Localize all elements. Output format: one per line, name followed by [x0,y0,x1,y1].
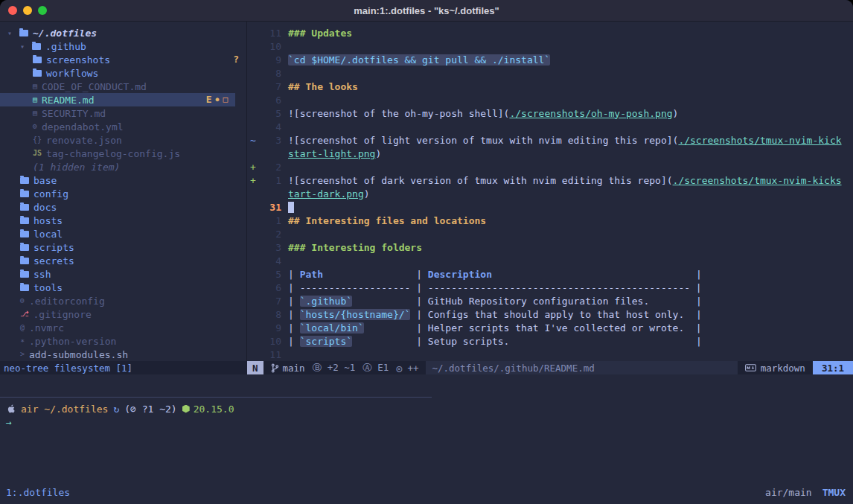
line-number: 1 [259,175,281,186]
line-number: 4 [259,255,281,267]
editorconfig-icon: ⚙ [20,297,25,304]
editor-line[interactable]: 7## The looks [247,80,853,93]
line-number: 5 [259,108,281,119]
editor-line[interactable]: 9| `local/bin` | Helper scripts that I'v… [247,321,853,334]
terminal-window: main:1:.dotfiles - "ks~/.dotfiles" ▾~/.d… [0,0,853,504]
dependabot-icon: ⚙ [33,123,37,130]
tree-item-editorconfig[interactable]: ⚙.editorconfig [0,294,246,307]
tree-item-code-of-conduct-md[interactable]: ▤CODE_OF_CONDUCT.md [0,80,246,93]
editor-line[interactable]: ~3![screenshot of light version of tmux … [247,133,853,147]
tree-item-label: ~/.dotfiles [33,28,97,39]
line-number: 1 [259,215,281,226]
python-icon: ∗ [20,337,25,345]
tree-item-security-md[interactable]: ▤SECURITY.md [0,106,246,120]
editor-line[interactable]: +1![screenshot of dark version of tmux w… [247,173,853,187]
line-text: | `.github` | GitHub Repository configur… [288,296,702,307]
editor-line[interactable]: 5![screenshot of the oh-my-posh shell](.… [247,106,853,120]
line-number: 6 [259,282,281,293]
editor-line[interactable]: 7| `.github` | GitHub Repository configu… [247,294,853,307]
tree-item-readme-md[interactable]: ▤README.mdE●□ [0,93,235,106]
line-text: tart-dark.png) [288,188,370,200]
line-number: 11 [259,28,281,39]
editor-line[interactable]: 8| `hosts/{hostname}/` | Configs that sh… [247,307,853,321]
editor-line[interactable]: 8 [247,66,853,80]
tree-item-add-submodules-sh[interactable]: >add-submodules.sh [0,348,246,361]
neo-tree-sidebar[interactable]: ▾~/.dotfiles▾.githubscreenshots?workflow… [0,22,246,361]
tree-item-tools[interactable]: tools [0,281,246,294]
tree-item-python-version[interactable]: ∗.python-version [0,334,246,348]
git-diff-stats: Ⓑ +2 ~1 [313,362,356,374]
editor-line[interactable]: 1## Interesting files and locations [247,214,853,227]
tree-item-dependabot-yml[interactable]: ⚙dependabot.yml [0,120,246,133]
tree-item-secrets[interactable]: secrets [0,254,246,267]
editor-line[interactable]: 2 [247,227,853,240]
editor-line[interactable]: 3### Interesting folders [247,240,853,254]
tree-item-label: workflows [46,68,98,79]
line-number: 10 [259,41,281,52]
line-number: 11 [259,349,281,360]
editor-line[interactable]: 31 [247,200,853,214]
editor-buffer[interactable]: 11### Updates109`cd $HOME/.dotfiles && g… [247,22,853,361]
tree-item-tag-changelog-config-js[interactable]: JStag-changelog-config.js [0,147,246,160]
tree-item-label: scripts [33,242,74,253]
markdown-icon [745,364,756,371]
git-branch[interactable]: main [271,363,305,374]
line-text: | Path | Description | [288,269,702,280]
tree-item-dotfiles[interactable]: ▾~/.dotfiles [0,26,246,39]
shell-input-line[interactable]: → [0,415,853,429]
line-number: 2 [259,229,281,240]
tree-item-label: README.md [42,95,94,106]
editor-line[interactable]: 6 [247,93,853,106]
editor-line[interactable]: tart-dark.png) [247,187,853,200]
tmux-window-name[interactable]: 1:.dotfiles [6,487,70,498]
gutter-sign: ~ [247,135,259,146]
shell-script-icon: > [20,351,25,358]
tree-item-hosts[interactable]: hosts [0,214,246,227]
editor-line[interactable]: 10 [247,39,853,53]
tree-item-ssh[interactable]: ssh [0,267,246,281]
editor-line[interactable]: 11 [247,348,853,361]
line-text: | ------------------- | ----------------… [288,282,702,293]
tmux-pane-border[interactable] [0,397,432,398]
tree-item-label: tools [33,282,63,293]
tree-item-screenshots[interactable]: screenshots? [0,53,246,66]
editor-line[interactable]: start-light.png) [247,147,853,160]
tree-item-config[interactable]: config [0,187,246,200]
expander-icon[interactable]: ▾ [7,29,15,37]
statusline: neo-tree filesystem [1] N main Ⓑ +2 ~1 Ⓐ… [0,361,853,374]
titlebar[interactable]: main:1:.dotfiles - "ks~/.dotfiles" [0,0,853,22]
line-number: 6 [259,95,281,106]
tree-item-workflows[interactable]: workflows [0,66,246,80]
editor-line[interactable]: 4 [247,254,853,267]
editor-line[interactable]: 4 [247,120,853,133]
folder-icon [20,284,29,291]
file-path: ~/.dotfiles/.github/README.md [426,361,737,374]
line-number: 2 [259,162,281,173]
editor-line[interactable]: 10| `scripts` | Setup scripts. | [247,334,853,348]
tree-item-local[interactable]: local [0,227,246,240]
shell-pane[interactable]: air ~/.dotfiles ↻ (⊘ ?1 ~2) 20.15.0 → [0,397,853,485]
editor-line[interactable]: 9`cd $HOME/.dotfiles && git pull && ./in… [247,53,853,66]
tree-item-scripts[interactable]: scripts [0,240,246,254]
tree-item-gitignore[interactable]: ⎇.gitignore [0,307,246,321]
folder-icon [20,217,29,224]
tree-item-base[interactable]: base [0,173,246,187]
statusline-extra: ◎ ++ [396,363,418,374]
filetype-label: markdown [761,363,805,374]
editor-line[interactable]: 11### Updates [247,26,853,39]
tree-item-github[interactable]: ▾.github [0,39,246,53]
line-number: 8 [259,68,281,79]
line-number: 4 [259,121,281,133]
editor-line[interactable]: 6| ------------------- | ---------------… [247,281,853,294]
tree-item-1-hidden-item[interactable]: (1 hidden item) [0,160,246,173]
expander-icon[interactable]: ▾ [20,42,28,51]
editor-line[interactable]: +2 [247,160,853,173]
editor-line[interactable]: 5| Path | Description | [247,267,853,281]
git-status-marks: ? [233,53,246,66]
status-mark: ● [216,93,220,106]
tree-item-nvmrc[interactable]: @.nvmrc [0,321,246,334]
folder-icon [33,70,42,77]
markdown-file-icon: ▤ [33,83,37,90]
tree-item-docs[interactable]: docs [0,200,246,214]
tree-item-renovate-json[interactable]: {}renovate.json [0,133,246,147]
